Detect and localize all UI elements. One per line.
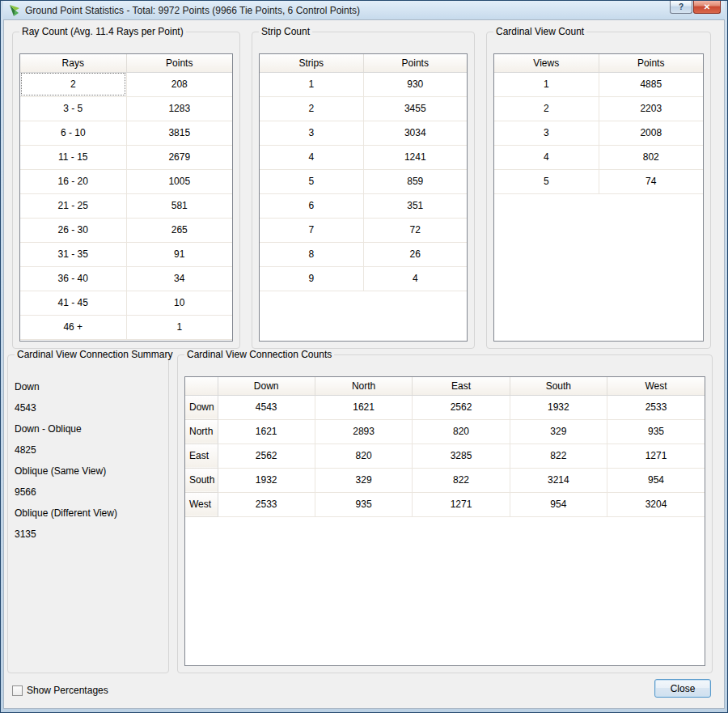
table-cell[interactable]: 802 xyxy=(599,145,703,169)
table-cell[interactable]: 3204 xyxy=(607,492,705,516)
table-cell[interactable]: 329 xyxy=(315,468,412,492)
table-cell[interactable]: 26 xyxy=(363,242,467,266)
table-row[interactable]: 33034 xyxy=(260,121,467,145)
column-header[interactable]: Points xyxy=(363,54,467,72)
table-cell[interactable]: 930 xyxy=(363,72,467,96)
table-cell[interactable]: 3214 xyxy=(510,468,607,492)
table-row[interactable]: 772 xyxy=(260,218,467,242)
table-row[interactable]: 41 - 4510 xyxy=(20,291,232,315)
table-cell[interactable]: 72 xyxy=(363,218,467,242)
table-row[interactable]: 2208 xyxy=(20,72,232,96)
table-row[interactable]: 21 - 25581 xyxy=(20,193,232,218)
table-cell[interactable]: 2008 xyxy=(599,121,703,145)
table-cell[interactable]: 41 - 45 xyxy=(20,291,126,315)
row-header[interactable]: South xyxy=(185,468,218,492)
table-row[interactable]: 22203 xyxy=(494,96,703,121)
table-cell[interactable]: 4885 xyxy=(599,72,703,96)
column-header[interactable]: North xyxy=(315,377,412,395)
table-row[interactable]: 1930 xyxy=(260,72,467,96)
table-cell[interactable]: 4543 xyxy=(218,395,315,419)
table-row[interactable]: 32008 xyxy=(494,121,703,145)
table-row[interactable]: 26 - 30265 xyxy=(20,218,232,242)
table-row[interactable]: 5859 xyxy=(260,169,467,193)
table-cell[interactable]: 2562 xyxy=(218,444,315,468)
table-row[interactable]: 11 - 152679 xyxy=(20,145,232,169)
row-header[interactable]: North xyxy=(185,419,218,444)
table-cell[interactable]: 329 xyxy=(510,419,607,444)
table-cell[interactable]: 935 xyxy=(607,419,705,444)
table-row[interactable]: 6351 xyxy=(260,193,467,218)
table-row[interactable]: 41241 xyxy=(260,145,467,169)
table-cell[interactable]: 91 xyxy=(126,242,232,266)
table-cell[interactable]: 10 xyxy=(126,291,232,315)
table-cell[interactable]: 208 xyxy=(126,72,232,96)
table-cell[interactable]: 822 xyxy=(510,444,607,468)
table-row[interactable]: 3 - 51283 xyxy=(20,96,232,121)
table-cell[interactable]: 26 - 30 xyxy=(20,218,126,242)
table-cell[interactable]: 822 xyxy=(413,468,510,492)
table-cell[interactable]: 2679 xyxy=(126,145,232,169)
table-cell[interactable]: 74 xyxy=(599,169,703,193)
table-cell[interactable]: 1283 xyxy=(126,96,232,121)
table-cell[interactable]: 21 - 25 xyxy=(20,193,126,218)
table-cell[interactable]: 3285 xyxy=(413,444,510,468)
table-row[interactable]: 826 xyxy=(260,242,467,266)
table-cell[interactable]: 954 xyxy=(607,468,705,492)
row-header[interactable]: East xyxy=(185,444,218,468)
table-row[interactable]: 94 xyxy=(260,266,467,291)
table-cell[interactable]: 1241 xyxy=(363,145,467,169)
show-percentages-option[interactable]: Show Percentages xyxy=(12,685,108,696)
table-cell[interactable]: 4 xyxy=(260,145,363,169)
row-header[interactable]: Down xyxy=(185,395,218,419)
table-row[interactable]: North16212893820329935 xyxy=(185,419,705,444)
column-header[interactable]: Strips xyxy=(260,54,363,72)
column-header[interactable]: East xyxy=(413,377,510,395)
table-cell[interactable]: 16 - 20 xyxy=(20,169,126,193)
table-row[interactable]: 574 xyxy=(494,169,703,193)
table-row[interactable]: 31 - 3591 xyxy=(20,242,232,266)
table-cell[interactable]: 8 xyxy=(260,242,363,266)
table-cell[interactable]: 2893 xyxy=(315,419,412,444)
table-row[interactable]: Down45431621256219322533 xyxy=(185,395,705,419)
table-cell[interactable]: 1005 xyxy=(126,169,232,193)
table-cell[interactable]: 7 xyxy=(260,218,363,242)
table-cell[interactable]: 1621 xyxy=(315,395,412,419)
table-cell[interactable]: 820 xyxy=(413,419,510,444)
table-row[interactable]: 46 +1 xyxy=(20,315,232,339)
table-cell[interactable]: 11 - 15 xyxy=(20,145,126,169)
table-row[interactable]: 23455 xyxy=(260,96,467,121)
table-cell[interactable]: 3034 xyxy=(363,121,467,145)
table-cell[interactable]: 1271 xyxy=(413,492,510,516)
table-row[interactable]: 6 - 103815 xyxy=(20,121,232,145)
table-cell[interactable]: 935 xyxy=(315,492,412,516)
table-cell[interactable]: 859 xyxy=(363,169,467,193)
table-cell[interactable]: 46 + xyxy=(20,315,126,339)
table-row[interactable]: 36 - 4034 xyxy=(20,266,232,291)
table-cell[interactable]: 3 - 5 xyxy=(20,96,126,121)
table-row[interactable]: 14885 xyxy=(494,72,703,96)
row-header[interactable]: West xyxy=(185,492,218,516)
table-cell[interactable]: 9 xyxy=(260,266,363,291)
table-cell[interactable]: 1932 xyxy=(510,395,607,419)
window-close-icon[interactable]: ✕ xyxy=(693,1,721,14)
table-cell[interactable]: 2533 xyxy=(218,492,315,516)
table-cell[interactable]: 3 xyxy=(260,121,363,145)
column-header[interactable]: Points xyxy=(126,54,232,72)
column-header[interactable]: Points xyxy=(599,54,703,72)
table-cell[interactable]: 2562 xyxy=(413,395,510,419)
column-header[interactable]: South xyxy=(510,377,607,395)
table-cell[interactable]: 5 xyxy=(494,169,599,193)
close-button[interactable]: Close xyxy=(654,679,711,698)
table-cell[interactable]: 820 xyxy=(315,444,412,468)
help-button[interactable]: ? xyxy=(670,1,692,14)
table-row[interactable]: 4802 xyxy=(494,145,703,169)
table-cell[interactable]: 4 xyxy=(363,266,467,291)
show-percentages-checkbox[interactable] xyxy=(12,685,23,696)
column-header[interactable]: Views xyxy=(494,54,599,72)
table-row[interactable]: 16 - 201005 xyxy=(20,169,232,193)
table-cell[interactable]: 265 xyxy=(126,218,232,242)
table-cell[interactable]: 6 - 10 xyxy=(20,121,126,145)
table-cell[interactable]: 34 xyxy=(126,266,232,291)
table-cell[interactable]: 351 xyxy=(363,193,467,218)
table-cell[interactable]: 2533 xyxy=(607,395,705,419)
